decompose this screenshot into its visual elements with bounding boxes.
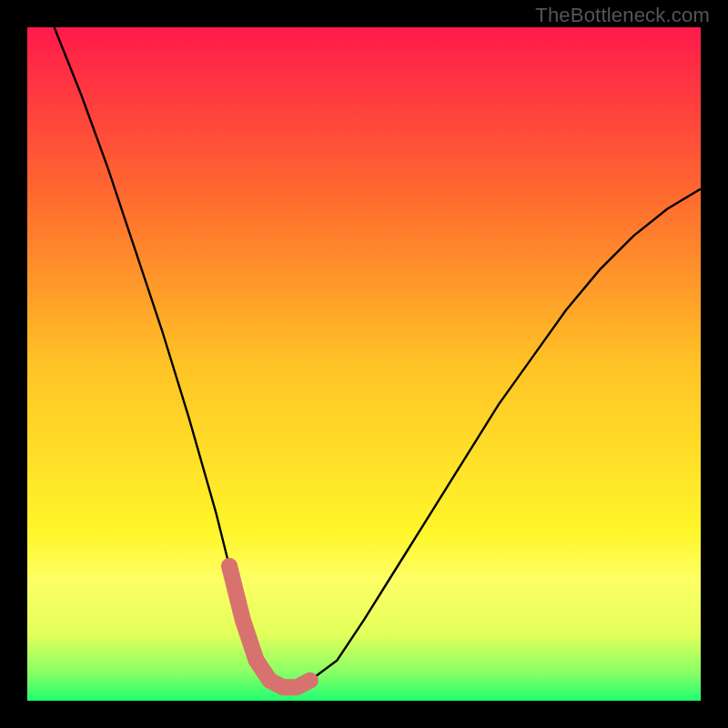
chart-frame: TheBottleneck.com bbox=[0, 0, 728, 728]
attribution-text: TheBottleneck.com bbox=[535, 4, 710, 27]
background-gradient bbox=[27, 27, 701, 701]
plot-area bbox=[27, 27, 701, 701]
svg-rect-0 bbox=[27, 27, 701, 701]
